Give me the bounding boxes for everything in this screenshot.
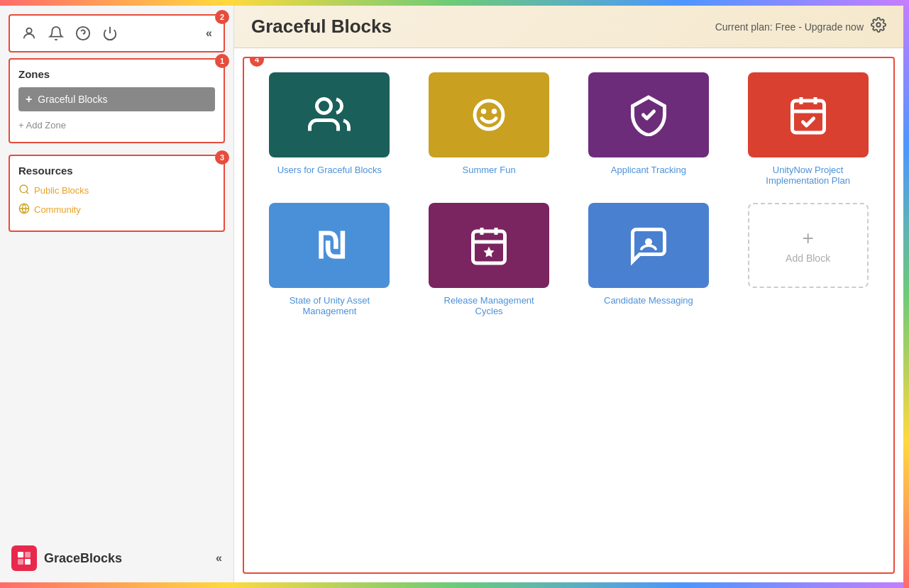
block-icon-candidate [588, 203, 709, 288]
public-blocks-link[interactable]: Public Blocks [18, 184, 215, 197]
block-unitynow[interactable]: UnityNow Project Implementation Plan [737, 72, 879, 186]
main-header: Graceful Blocks Current plan: Free - Upg… [234, 6, 903, 48]
add-zone-label: + Add Zone [18, 120, 66, 131]
zones-badge: 1 [215, 54, 229, 68]
svg-text:₪: ₪ [317, 226, 346, 266]
svg-line-5 [26, 192, 28, 194]
resources-title: Resources [18, 165, 215, 177]
top-gradient-bar [0, 0, 909, 6]
blocks-grid: Users for Graceful Blocks Summer Fun [258, 72, 879, 316]
block-icon-summer [429, 72, 549, 157]
block-label-users[interactable]: Users for Graceful Blocks [277, 165, 382, 175]
resources-section: Resources Public Blocks Community 3 [9, 155, 225, 232]
add-block-wrapper[interactable]: + Add Block [748, 203, 869, 288]
block-applicant-tracking[interactable]: Applicant Tracking [578, 72, 720, 186]
logo-collapse-btn[interactable]: « [216, 552, 222, 565]
svg-rect-8 [25, 552, 31, 558]
community-icon [18, 203, 30, 216]
help-icon[interactable] [75, 26, 91, 41]
block-summer-fun[interactable]: Summer Fun [418, 72, 561, 186]
community-link[interactable]: Community [18, 203, 215, 216]
svg-rect-7 [18, 552, 23, 558]
svg-rect-9 [18, 559, 23, 565]
svg-marker-25 [484, 247, 495, 257]
block-label-unity[interactable]: State of Unity Asset Management [272, 295, 386, 316]
svg-rect-16 [792, 101, 824, 133]
public-blocks-icon [18, 184, 30, 197]
zone-item-icon: + [26, 93, 32, 106]
block-label-candidate[interactable]: Candidate Messaging [604, 295, 693, 306]
block-label-release[interactable]: Release Management Cycles [432, 295, 546, 316]
content-badge: 4 [250, 57, 264, 67]
zones-section: Zones + Graceful Blocks + Add Zone 1 [9, 58, 225, 143]
block-candidate-msg[interactable]: Candidate Messaging [578, 203, 720, 316]
graceblocks-logo-icon [11, 545, 37, 571]
svg-point-13 [475, 101, 503, 129]
notifications-icon[interactable] [48, 26, 64, 41]
block-state-unity[interactable]: ₪ State of Unity Asset Management [258, 203, 401, 316]
block-release-mgmt[interactable]: Release Management Cycles [418, 203, 561, 316]
block-icon-unity: ₪ [269, 203, 390, 288]
add-block-label: Add Block [786, 253, 830, 264]
plan-text: Current plan: Free - Upgrade now [715, 21, 864, 33]
main-title: Graceful Blocks [251, 16, 392, 38]
svg-point-11 [876, 23, 881, 27]
profile-icon[interactable] [21, 26, 37, 41]
graceblocks-logo-text: GraceBlocks [44, 551, 122, 566]
zone-item-label: Graceful Blocks [38, 94, 107, 105]
logo-container: GraceBlocks [11, 545, 122, 571]
svg-point-15 [492, 109, 497, 114]
svg-rect-10 [25, 559, 31, 565]
block-label-summer[interactable]: Summer Fun [463, 165, 516, 175]
block-add-new[interactable]: + Add Block [737, 203, 879, 316]
sidebar-icon-bar-badge: 2 [215, 10, 229, 24]
resources-badge: 3 [215, 150, 229, 165]
public-blocks-label: Public Blocks [34, 185, 89, 196]
settings-icon[interactable] [871, 17, 886, 36]
block-label-applicant[interactable]: Applicant Tracking [611, 165, 686, 175]
block-label-unitynow[interactable]: UnityNow Project Implementation Plan [751, 165, 865, 186]
svg-point-12 [317, 99, 331, 113]
bottom-gradient-bar [0, 582, 909, 588]
add-block-plus-icon: + [802, 227, 813, 250]
add-zone-btn[interactable]: + Add Zone [18, 117, 215, 133]
sidebar-footer: GraceBlocks « [0, 534, 233, 582]
svg-point-4 [20, 185, 28, 193]
block-icon-users [269, 72, 390, 157]
right-gradient-bar [903, 0, 909, 588]
block-icon-unitynow [748, 72, 869, 157]
plan-info: Current plan: Free - Upgrade now [715, 17, 886, 36]
main-content: Graceful Blocks Current plan: Free - Upg… [234, 6, 903, 582]
svg-point-0 [26, 28, 31, 33]
zones-title: Zones [18, 68, 215, 80]
svg-point-14 [481, 109, 487, 114]
block-users-graceful[interactable]: Users for Graceful Blocks [258, 72, 401, 186]
zone-item-graceful-blocks[interactable]: + Graceful Blocks [18, 87, 215, 111]
block-icon-applicant [588, 72, 709, 157]
block-icon-release [429, 203, 549, 288]
sidebar: « 2 Zones + Graceful Blocks + Add Zone 1… [0, 6, 234, 582]
sidebar-icon-bar: « 2 [9, 14, 225, 52]
content-area: 4 Users for Graceful Blocks [243, 57, 895, 574]
community-label: Community [34, 204, 81, 215]
sidebar-collapse-btn[interactable]: « [206, 27, 212, 40]
power-icon[interactable] [102, 26, 118, 41]
